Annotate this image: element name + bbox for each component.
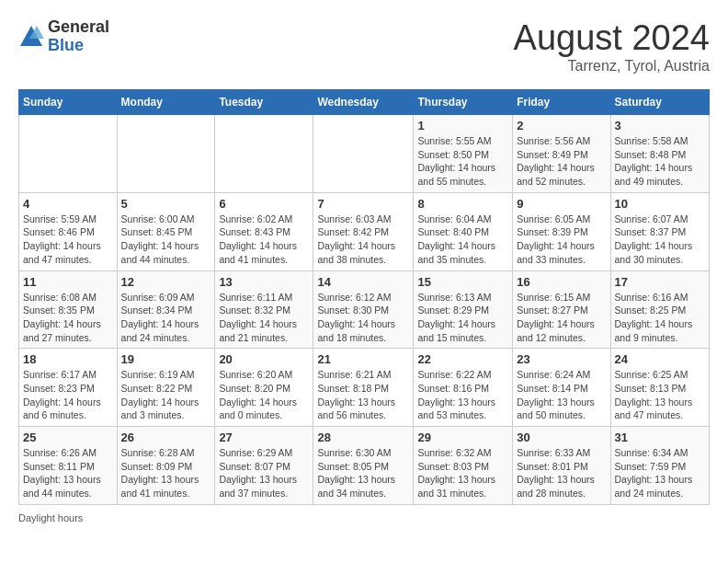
day-info: Sunrise: 6:11 AM Sunset: 8:32 PM Dayligh…: [219, 291, 309, 345]
calendar-cell: 17Sunrise: 6:16 AM Sunset: 8:25 PM Dayli…: [610, 270, 709, 349]
title-block: August 2024 Tarrenz, Tyrol, Austria: [514, 18, 710, 75]
day-info: Sunrise: 6:28 AM Sunset: 8:09 PM Dayligh…: [121, 446, 211, 500]
calendar-cell: 1Sunrise: 5:55 AM Sunset: 8:50 PM Daylig…: [414, 115, 513, 193]
day-number: 28: [317, 431, 409, 444]
day-number: 12: [121, 275, 211, 289]
calendar-cell: 29Sunrise: 6:32 AM Sunset: 8:03 PM Dayli…: [414, 427, 513, 505]
calendar-cell: 13Sunrise: 6:11 AM Sunset: 8:32 PM Dayli…: [215, 270, 313, 349]
calendar-cell: 10Sunrise: 6:07 AM Sunset: 8:37 PM Dayli…: [610, 192, 709, 270]
day-number: 14: [317, 275, 409, 289]
day-info: Sunrise: 6:19 AM Sunset: 8:22 PM Dayligh…: [121, 368, 211, 422]
weekday-header-row: SundayMondayTuesdayWednesdayThursdayFrid…: [19, 90, 710, 115]
day-number: 27: [219, 431, 309, 444]
day-info: Sunrise: 6:13 AM Sunset: 8:29 PM Dayligh…: [417, 291, 508, 345]
calendar-cell: 8Sunrise: 6:04 AM Sunset: 8:40 PM Daylig…: [414, 192, 513, 270]
day-info: Sunrise: 6:26 AM Sunset: 8:11 PM Dayligh…: [23, 446, 113, 500]
calendar-cell: 27Sunrise: 6:29 AM Sunset: 8:07 PM Dayli…: [215, 427, 313, 505]
day-info: Sunrise: 6:33 AM Sunset: 8:01 PM Dayligh…: [517, 446, 606, 500]
logo-general-label: General: [48, 18, 109, 37]
day-info: Sunrise: 6:00 AM Sunset: 8:45 PM Dayligh…: [121, 213, 211, 267]
weekday-header-wednesday: Wednesday: [313, 90, 414, 115]
calendar-cell: 21Sunrise: 6:21 AM Sunset: 8:18 PM Dayli…: [313, 349, 414, 427]
day-number: 24: [615, 352, 705, 366]
day-info: Sunrise: 6:09 AM Sunset: 8:34 PM Dayligh…: [121, 291, 211, 345]
week-row-1: 1Sunrise: 5:55 AM Sunset: 8:50 PM Daylig…: [19, 115, 710, 193]
day-number: 2: [517, 119, 606, 132]
weekday-header-tuesday: Tuesday: [215, 90, 313, 115]
day-info: Sunrise: 6:07 AM Sunset: 8:37 PM Dayligh…: [615, 213, 705, 267]
day-number: 29: [417, 431, 508, 444]
day-info: Sunrise: 6:15 AM Sunset: 8:27 PM Dayligh…: [517, 291, 606, 345]
calendar-cell: [215, 115, 313, 193]
day-number: 22: [417, 352, 508, 366]
day-number: 23: [517, 352, 606, 366]
calendar-cell: 16Sunrise: 6:15 AM Sunset: 8:27 PM Dayli…: [513, 270, 610, 349]
calendar-cell: 26Sunrise: 6:28 AM Sunset: 8:09 PM Dayli…: [117, 427, 215, 505]
day-info: Sunrise: 6:30 AM Sunset: 8:05 PM Dayligh…: [317, 446, 409, 500]
calendar-cell: [117, 115, 215, 193]
day-info: Sunrise: 6:32 AM Sunset: 8:03 PM Dayligh…: [417, 446, 508, 500]
location-title: Tarrenz, Tyrol, Austria: [514, 58, 710, 75]
calendar-cell: 24Sunrise: 6:25 AM Sunset: 8:13 PM Dayli…: [610, 349, 709, 427]
day-number: 5: [121, 197, 211, 211]
calendar-cell: 31Sunrise: 6:34 AM Sunset: 7:59 PM Dayli…: [610, 427, 709, 505]
calendar-cell: 9Sunrise: 6:05 AM Sunset: 8:39 PM Daylig…: [513, 192, 610, 270]
footer-note: Daylight hours: [18, 512, 710, 523]
day-info: Sunrise: 6:02 AM Sunset: 8:43 PM Dayligh…: [219, 213, 309, 267]
calendar-table: SundayMondayTuesdayWednesdayThursdayFrid…: [18, 89, 710, 505]
day-number: 21: [317, 352, 409, 366]
logo: General Blue: [18, 18, 109, 55]
calendar-cell: 30Sunrise: 6:33 AM Sunset: 8:01 PM Dayli…: [513, 427, 610, 505]
week-row-2: 4Sunrise: 5:59 AM Sunset: 8:46 PM Daylig…: [19, 192, 710, 270]
calendar-cell: 11Sunrise: 6:08 AM Sunset: 8:35 PM Dayli…: [19, 270, 118, 349]
day-info: Sunrise: 6:25 AM Sunset: 8:13 PM Dayligh…: [615, 368, 705, 422]
calendar-cell: 5Sunrise: 6:00 AM Sunset: 8:45 PM Daylig…: [117, 192, 215, 270]
day-info: Sunrise: 6:17 AM Sunset: 8:23 PM Dayligh…: [23, 368, 113, 422]
day-number: 19: [121, 352, 211, 366]
day-info: Sunrise: 6:34 AM Sunset: 7:59 PM Dayligh…: [615, 446, 705, 500]
calendar-cell: 20Sunrise: 6:20 AM Sunset: 8:20 PM Dayli…: [215, 349, 313, 427]
day-info: Sunrise: 6:12 AM Sunset: 8:30 PM Dayligh…: [317, 291, 409, 345]
day-number: 3: [615, 119, 705, 132]
day-info: Sunrise: 5:55 AM Sunset: 8:50 PM Dayligh…: [417, 134, 508, 189]
week-row-3: 11Sunrise: 6:08 AM Sunset: 8:35 PM Dayli…: [19, 270, 710, 349]
calendar-cell: 7Sunrise: 6:03 AM Sunset: 8:42 PM Daylig…: [313, 192, 414, 270]
day-number: 4: [23, 197, 113, 211]
day-info: Sunrise: 6:24 AM Sunset: 8:14 PM Dayligh…: [517, 368, 606, 422]
logo-icon: [18, 24, 44, 50]
logo-blue-label: Blue: [48, 37, 109, 55]
logo-text: General Blue: [48, 18, 109, 55]
day-info: Sunrise: 6:21 AM Sunset: 8:18 PM Dayligh…: [317, 368, 409, 422]
day-info: Sunrise: 5:58 AM Sunset: 8:48 PM Dayligh…: [615, 134, 705, 189]
calendar-cell: [313, 115, 414, 193]
calendar-cell: 15Sunrise: 6:13 AM Sunset: 8:29 PM Dayli…: [414, 270, 513, 349]
day-info: Sunrise: 6:20 AM Sunset: 8:20 PM Dayligh…: [219, 368, 309, 422]
day-number: 13: [219, 275, 309, 289]
calendar-cell: 6Sunrise: 6:02 AM Sunset: 8:43 PM Daylig…: [215, 192, 313, 270]
day-info: Sunrise: 6:04 AM Sunset: 8:40 PM Dayligh…: [417, 213, 508, 267]
page-header: General Blue August 2024 Tarrenz, Tyrol,…: [18, 18, 710, 75]
weekday-header-saturday: Saturday: [610, 90, 709, 115]
calendar-cell: 19Sunrise: 6:19 AM Sunset: 8:22 PM Dayli…: [117, 349, 215, 427]
day-info: Sunrise: 5:56 AM Sunset: 8:49 PM Dayligh…: [517, 134, 606, 189]
calendar-cell: 12Sunrise: 6:09 AM Sunset: 8:34 PM Dayli…: [117, 270, 215, 349]
calendar-cell: 28Sunrise: 6:30 AM Sunset: 8:05 PM Dayli…: [313, 427, 414, 505]
day-number: 16: [517, 275, 606, 289]
month-title: August 2024: [514, 18, 710, 58]
day-number: 1: [417, 119, 508, 132]
day-number: 6: [219, 197, 309, 211]
calendar-cell: 14Sunrise: 6:12 AM Sunset: 8:30 PM Dayli…: [313, 270, 414, 349]
day-info: Sunrise: 6:05 AM Sunset: 8:39 PM Dayligh…: [517, 213, 606, 267]
day-number: 9: [517, 197, 606, 211]
day-info: Sunrise: 6:08 AM Sunset: 8:35 PM Dayligh…: [23, 291, 113, 345]
day-number: 8: [417, 197, 508, 211]
weekday-header-thursday: Thursday: [414, 90, 513, 115]
day-number: 25: [23, 431, 113, 444]
day-info: Sunrise: 6:03 AM Sunset: 8:42 PM Dayligh…: [317, 213, 409, 267]
week-row-5: 25Sunrise: 6:26 AM Sunset: 8:11 PM Dayli…: [19, 427, 710, 505]
weekday-header-sunday: Sunday: [19, 90, 118, 115]
calendar-cell: 4Sunrise: 5:59 AM Sunset: 8:46 PM Daylig…: [19, 192, 118, 270]
calendar-cell: 3Sunrise: 5:58 AM Sunset: 8:48 PM Daylig…: [610, 115, 709, 193]
day-number: 15: [417, 275, 508, 289]
day-info: Sunrise: 6:29 AM Sunset: 8:07 PM Dayligh…: [219, 446, 309, 500]
